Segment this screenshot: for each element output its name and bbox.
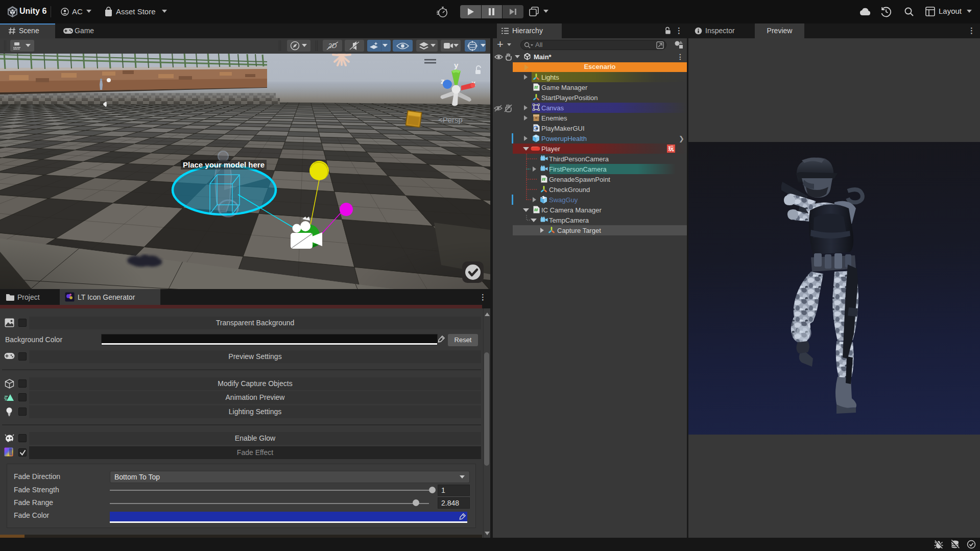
svg-text:Place your model here: Place your model here [183,160,265,169]
svg-text:y: y [454,61,459,69]
